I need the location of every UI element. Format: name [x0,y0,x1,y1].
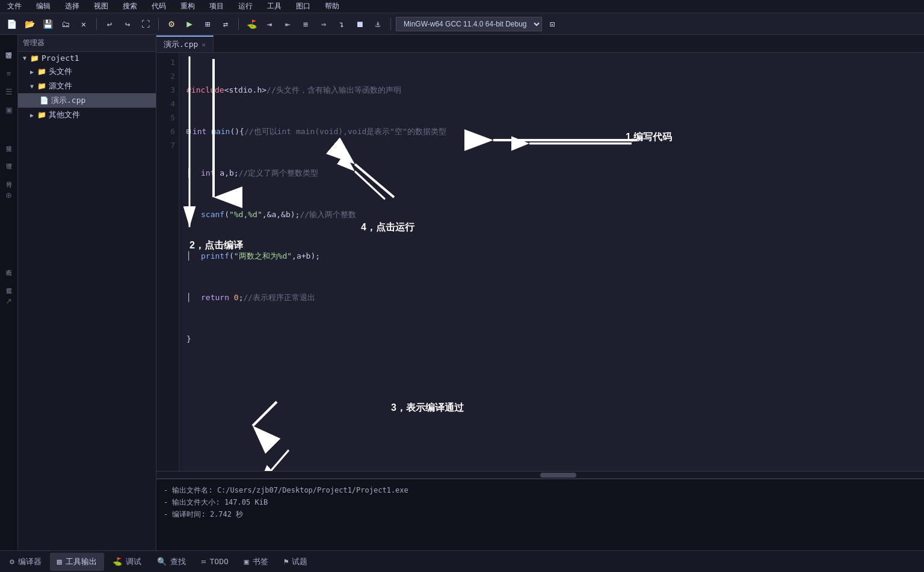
icon9[interactable]: 监视 [2,275,16,290]
rebuild-button[interactable]: ⇄ [218,16,233,32]
quiz-tab-label: 试题 [292,556,307,567]
bottom-tab-bookmark[interactable]: ▣ 书签 [237,553,276,571]
icon5[interactable]: 管理 [2,152,16,166]
compiler-select[interactable]: MinGW-w64 GCC 11.4.0 64-bit Debug [396,17,542,31]
code-content[interactable]: #include<stdio.h>//头文件，含有输入输出等函数的声明 ⊟int… [179,53,924,471]
save-button[interactable]: 💾 [40,16,55,32]
output-panel: - 输出文件名: C:/Users/zjb07/Desktop/Project1… [156,478,924,550]
compiler-tab-icon: ⚙ [10,557,14,566]
panel-title: 管理器 [18,35,156,52]
menu-view[interactable]: 视图 [91,1,111,11]
project-label: Project1 [42,54,79,63]
sources-label: 源文件 [49,81,72,91]
indent-button[interactable]: ⇥ [262,16,277,32]
find-tab-label: 查找 [170,556,186,567]
left-icon-bar: 管理器 ≡ ☰ ▣ 竖排 管理 符号 ⊕ 断点 监视 ↗ [0,35,18,550]
fold-indicator[interactable]: ⊟ [186,125,191,138]
code-body: 1 2 3 4 5 6 7 #include<stdio.h>//头文件，含有输… [156,53,924,471]
line-num-2: 2 [156,69,175,83]
menu-file[interactable]: 文件 [5,1,24,11]
other-folder-icon: 📁 [37,111,46,119]
step-over-button[interactable]: ⇒ [316,16,331,32]
app-window: 文件 编辑 选择 视图 搜索 代码 重构 项目 运行 工具 图口 帮助 📄 📂 … [0,0,924,572]
tree-headers[interactable]: ▶ 📁 头文件 [18,64,156,79]
icon8[interactable]: 断点 [2,257,16,272]
editor-wrapper[interactable]: 1 2 3 4 5 6 7 #include<stdio.h>//头文件，含有输… [156,53,924,471]
menu-select[interactable]: 选择 [63,1,82,11]
sep4 [390,18,391,30]
code-row-6: │ return 0;//表示程序正常退出 [186,291,917,304]
tree-project[interactable]: ▼ 📁 Project1 [18,52,156,64]
tab-close-icon[interactable]: ✕ [202,41,206,49]
sep2 [158,18,159,30]
tree-demo-cpp[interactable]: 📄 演示.cpp [18,93,156,108]
build-button[interactable]: ⚙ [164,16,179,32]
output-line-3: - 编译时间: 2.742 秒 [164,508,917,520]
todo-tab-label: TODO [209,557,228,566]
menu-help[interactable]: 帮助 [322,1,342,11]
tab-label: 演示.cpp [164,39,198,50]
bookmark-tab-icon: ▣ [244,557,249,566]
open-file-button[interactable]: 📂 [22,16,37,32]
line-num-7: 7 [156,138,175,152]
debug-start-button[interactable]: ⛳ [244,16,259,32]
line-num-4: 4 [156,97,175,111]
icon6[interactable]: 符号 [2,170,16,184]
code-row-4: │ scanf("%d,%d",&a,&b);//输入两个整数 [186,208,917,221]
bottom-tab-tool-output[interactable]: ▤ 工具输出 [50,553,104,571]
bottom-tab-compiler[interactable]: ⚙ 编译器 [2,553,49,571]
line-num-1: 1 [156,55,175,69]
menu-search[interactable]: 搜索 [120,1,140,11]
headers-folder-icon: 📁 [37,67,46,76]
line-num-3: 3 [156,83,175,97]
menu-bar: 文件 编辑 选择 视图 搜索 代码 重构 项目 运行 工具 图口 帮助 [0,0,924,13]
output-line-2: - 输出文件大小: 147.05 KiB [164,496,917,508]
redo-button[interactable]: ↪ [120,16,135,32]
stop-button[interactable]: ⏹ [352,16,368,32]
run-button[interactable]: ▶ [182,16,197,32]
undo-button[interactable]: ↩ [102,16,117,32]
menu-refactor[interactable]: 重构 [178,1,197,11]
icon2[interactable]: ☰ [2,84,16,99]
icon10[interactable]: ↗ [2,294,16,308]
fullscreen-button[interactable]: ⛶ [138,16,153,32]
horizontal-scrollbar[interactable] [156,471,924,478]
sources-arrow: ▼ [30,83,34,90]
menu-edit[interactable]: 编辑 [34,1,53,11]
bottom-tab-todo[interactable]: ≔ TODO [194,553,236,571]
bottom-tab-bar: ⚙ 编译器 ▤ 工具输出 ⛳ 调试 🔍 查找 ≔ TODO ▣ 书签 ⚑ 试题 [0,550,924,572]
headers-arrow: ▶ [30,69,34,75]
todo-tab-icon: ≔ [202,557,206,566]
icon7[interactable]: ⊕ [2,188,16,202]
manager-icon[interactable]: 管理器 [2,40,16,54]
unindent-button[interactable]: ⇤ [280,16,295,32]
bottom-tab-quiz[interactable]: ⚑ 试题 [277,553,315,571]
step-in-button[interactable]: ↴ [334,16,350,32]
icon3[interactable]: ▣ [2,102,16,117]
menu-run[interactable]: 运行 [236,1,255,11]
build-run-button[interactable]: ⊞ [200,16,215,32]
icon1[interactable]: ≡ [2,66,16,81]
icon4[interactable]: 竖排 [2,134,16,148]
tool-output-tab-label: 工具输出 [66,556,97,567]
attach-button[interactable]: ⚓ [370,16,386,32]
scroll-thumb[interactable] [540,473,576,478]
new-file-button[interactable]: 📄 [4,16,19,32]
editor-tab-demo-cpp[interactable]: 演示.cpp ✕ [156,35,214,52]
bookmark-tab-label: 书签 [253,556,268,567]
align-button[interactable]: ≡ [298,16,313,32]
sources-folder-icon: 📁 [37,82,46,90]
find-tab-icon: 🔍 [157,557,167,566]
bottom-tab-debug[interactable]: ⛳ 调试 [105,553,149,571]
tree-other[interactable]: ▶ 📁 其他文件 [18,108,156,122]
menu-code[interactable]: 代码 [149,1,168,11]
save-all-button[interactable]: 🗂 [58,16,73,32]
close-button[interactable]: ✕ [76,16,91,32]
file-tree-panel: 管理器 ▼ 📁 Project1 ▶ 📁 头文件 ▼ 📁 源文件 � [18,35,156,550]
menu-project[interactable]: 项目 [207,1,226,11]
menu-window[interactable]: 图口 [294,1,313,11]
bottom-tab-find[interactable]: 🔍 查找 [150,553,193,571]
menu-tools[interactable]: 工具 [265,1,284,11]
compiler-options-button[interactable]: ⊡ [544,16,560,32]
tree-sources[interactable]: ▼ 📁 源文件 [18,79,156,93]
